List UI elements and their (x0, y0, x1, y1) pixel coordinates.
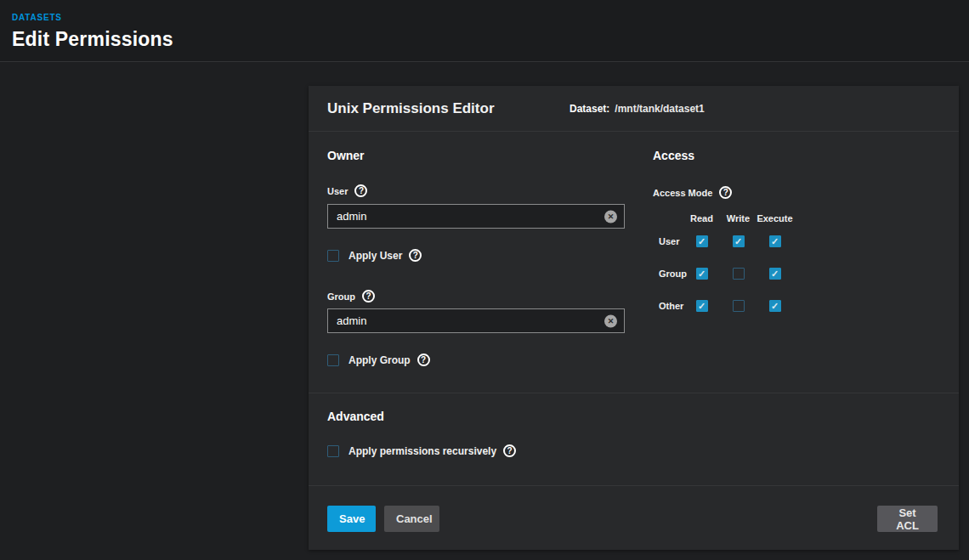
dataset-path: /mnt/tank/dataset1 (615, 103, 704, 115)
group-label-row: Group ? (327, 290, 375, 303)
user-field: ✕ (327, 204, 625, 229)
apply-recursively-checkbox[interactable] (327, 445, 339, 457)
apply-group-row: Apply Group ? (327, 354, 430, 366)
advanced-heading: Advanced (327, 410, 384, 423)
group-field: ✕ (327, 308, 625, 333)
apply-group-help-icon[interactable]: ? (417, 354, 430, 366)
access-row-label-other: Other (653, 301, 683, 311)
access-mode-row: Access Mode ? (653, 186, 732, 199)
owner-heading: Owner (327, 149, 365, 162)
group-clear-icon[interactable]: ✕ (604, 314, 617, 327)
access-heading: Access (653, 149, 694, 162)
access-group-execute-checkbox[interactable] (769, 268, 781, 280)
access-col-header-write: Write (720, 213, 756, 223)
access-matrix-cell (683, 300, 720, 312)
access-matrix-cell (756, 268, 793, 280)
access-mode-help-icon[interactable]: ? (719, 186, 732, 199)
apply-group-checkbox[interactable] (327, 354, 339, 366)
unix-permissions-editor-card: Unix Permissions Editor Dataset: /mnt/ta… (309, 86, 959, 550)
cancel-button[interactable]: Cancel (384, 506, 439, 532)
access-matrix-cell (756, 300, 793, 312)
access-matrix-cell (683, 235, 720, 247)
access-group-read-checkbox[interactable] (696, 268, 708, 280)
group-help-icon[interactable]: ? (362, 290, 375, 303)
access-user-write-checkbox[interactable] (733, 235, 745, 247)
access-matrix-cell (683, 268, 720, 280)
access-matrix-cell (720, 268, 756, 280)
apply-recursively-help-icon[interactable]: ? (503, 444, 516, 457)
access-col-header-execute: Execute (756, 213, 793, 223)
section-divider (309, 393, 959, 393)
apply-group-label: Apply Group (348, 354, 411, 366)
access-row-label-user: User (653, 236, 683, 246)
breadcrumb-datasets[interactable]: DATASETS (12, 13, 62, 22)
access-user-execute-checkbox[interactable] (769, 235, 781, 247)
access-user-read-checkbox[interactable] (696, 235, 708, 247)
card-header: Unix Permissions Editor Dataset: /mnt/ta… (309, 86, 959, 132)
group-label: Group (327, 291, 355, 302)
set-acl-button[interactable]: Set ACL (877, 506, 938, 532)
apply-user-checkbox[interactable] (327, 250, 339, 262)
access-row-label-group: Group (653, 269, 683, 279)
access-col-header-read: Read (683, 213, 720, 223)
save-button[interactable]: Save (327, 506, 376, 532)
group-input[interactable] (327, 308, 625, 333)
access-other-read-checkbox[interactable] (696, 300, 708, 312)
user-label: User (327, 186, 348, 196)
apply-user-label: Apply User (348, 250, 402, 262)
user-input[interactable] (327, 204, 625, 229)
page-header: DATASETS Edit Permissions (0, 0, 969, 62)
card-title: Unix Permissions Editor (327, 100, 495, 117)
page-title: Edit Permissions (12, 28, 957, 51)
access-matrix-cell (756, 235, 793, 247)
user-help-icon[interactable]: ? (354, 184, 367, 197)
footer-divider (309, 485, 959, 486)
dataset-info: Dataset: /mnt/tank/dataset1 (570, 86, 705, 132)
access-group-write-checkbox[interactable] (733, 268, 745, 280)
access-mode-label: Access Mode (653, 188, 712, 198)
apply-user-help-icon[interactable]: ? (409, 249, 422, 262)
access-other-execute-checkbox[interactable] (769, 300, 781, 312)
access-other-write-checkbox[interactable] (733, 300, 745, 312)
access-matrix-cell (720, 300, 756, 312)
apply-user-row: Apply User ? (327, 249, 422, 262)
user-label-row: User ? (327, 184, 367, 197)
access-matrix-cell (720, 235, 756, 247)
access-mode-matrix: ReadWriteExecuteUserGroupOther (653, 211, 793, 322)
apply-recursively-label: Apply permissions recursively (348, 445, 496, 457)
recursive-row: Apply permissions recursively ? (327, 444, 516, 457)
dataset-label: Dataset: (570, 103, 609, 115)
user-clear-icon[interactable]: ✕ (604, 210, 617, 223)
